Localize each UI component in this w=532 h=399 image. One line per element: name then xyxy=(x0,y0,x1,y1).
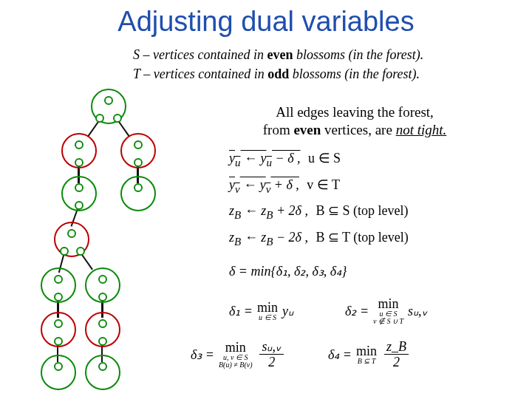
even-blossom xyxy=(41,355,76,390)
vertex xyxy=(98,293,107,301)
vertex xyxy=(54,319,63,328)
def-s: S – vertices contained in even blossoms … xyxy=(133,46,423,64)
definitions: S – vertices contained in even blossoms … xyxy=(133,44,423,85)
vertex xyxy=(98,275,107,284)
delta-row-1: δ₁ = minu ∈ S yᵤ δ₂ = minu ∈ Sv ∉ S ∪ T … xyxy=(229,297,510,325)
vertex xyxy=(75,201,83,210)
eq-yu: yu ← yu − δ , u ∈ S xyxy=(229,146,409,173)
vertex xyxy=(113,114,122,123)
eq-zb-s: zB ← zB + 2δ , B ⊆ S (top level) xyxy=(229,199,409,225)
def-t: T – vertices contained in odd blossoms (… xyxy=(133,65,423,83)
vertex xyxy=(75,183,83,192)
eq-zb-t: zB ← zB − 2δ , B ⊆ T (top level) xyxy=(229,225,409,252)
vertex xyxy=(98,319,107,328)
vertex xyxy=(60,247,69,256)
vertex xyxy=(54,337,63,346)
note-text: All edges leaving the forest, from even … xyxy=(229,103,480,139)
vertex xyxy=(54,275,63,284)
even-blossom xyxy=(120,176,156,211)
vertex xyxy=(134,140,143,149)
vertex xyxy=(76,247,85,256)
eq-yv: yv ← yv + δ , v ∈ T xyxy=(229,173,409,200)
delta-row-2: δ₃ = minu, v ∈ SB(u) ≠ B(v) sᵤ,ᵥ2 δ₄ = m… xyxy=(191,340,516,369)
vertex xyxy=(67,229,76,238)
slide-title: Adjusting dual variables xyxy=(0,6,532,38)
vertex xyxy=(54,362,63,371)
eq-delta1: δ₁ = minu ∈ S yᵤ xyxy=(229,297,293,325)
update-equations: yu ← yu − δ , u ∈ S yv ← yv + δ , v ∈ T … xyxy=(229,146,409,251)
eq-delta4: δ₄ = minB ⊆ T z_B2 xyxy=(328,340,409,369)
blossom-tree-diagram xyxy=(41,89,218,392)
vertex xyxy=(54,293,63,301)
vertex xyxy=(98,337,107,346)
eq-delta2: δ₂ = minu ∈ Sv ∉ S ∪ T sᵤ,ᵥ xyxy=(345,297,428,325)
vertex xyxy=(75,158,83,167)
vertex xyxy=(104,96,113,105)
even-blossom xyxy=(85,355,120,390)
vertex xyxy=(95,114,104,123)
vertex xyxy=(75,140,83,149)
vertex xyxy=(98,362,107,371)
eq-delta: δ = min{δ₁, δ₂, δ₃, δ₄} xyxy=(229,263,347,279)
vertex xyxy=(134,183,143,192)
vertex xyxy=(134,158,143,167)
